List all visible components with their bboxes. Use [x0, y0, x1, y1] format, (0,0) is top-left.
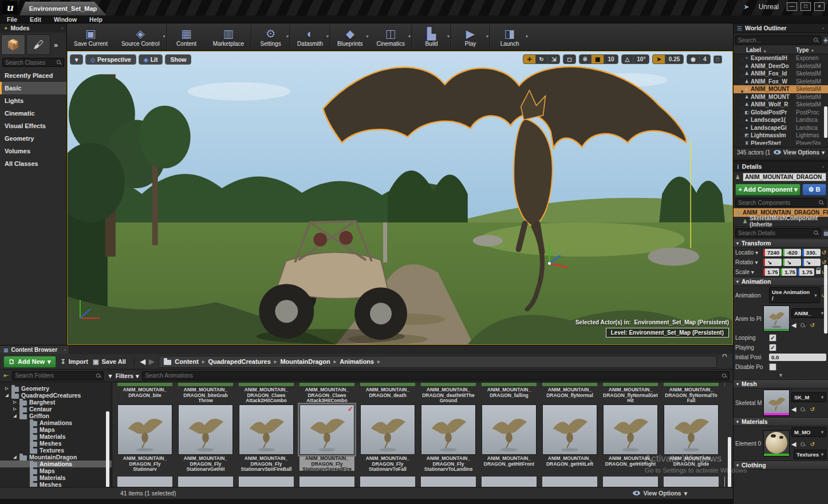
mode-category-item[interactable]: Cinematic: [0, 107, 66, 120]
location-label[interactable]: Locatio ▾: [735, 249, 762, 256]
toolbar-button[interactable]: ▙ Build ▾: [412, 23, 451, 50]
back-nav-arrow[interactable]: ◀: [140, 358, 145, 366]
level-tab[interactable]: Environment_Set_Map: [19, 2, 107, 15]
chevron-down-icon[interactable]: ▾: [286, 34, 289, 39]
outliner-row[interactable]: ♟ ANIM_MOUNT SkeletalM: [734, 85, 828, 93]
asset-tile[interactable]: ANIM_MOUNTAIN_ DRAGON_flyNormalGet Hit: [603, 387, 658, 403]
scale-z-field[interactable]: 1.75: [798, 268, 814, 276]
asset-tile[interactable]: ✓ ANIM_MOUNTAIN_ DRAGON_getHitLeft: [542, 404, 597, 471]
type-column-header[interactable]: Type▼: [796, 47, 828, 53]
asset-tile[interactable]: ✓ ANIM_MOUNTAIN_ DRAGON_Fly StationaryGe…: [178, 404, 233, 471]
asset-tile[interactable]: ANIM_MOUNTAIN_ DRAGON_Claws Attack3HitCo…: [299, 387, 354, 403]
scale-label[interactable]: Scale ▾: [735, 269, 762, 275]
asset-tile[interactable]: ANIM_MOUNTAIN_ DRAGON_biteGrab Throw: [178, 387, 233, 403]
search-folders-input[interactable]: [15, 372, 96, 379]
expand-advanced-icon[interactable]: ▼: [734, 372, 828, 379]
scale-lock-icon[interactable]: [816, 270, 821, 274]
use-selected-asset-icon[interactable]: ◀: [791, 322, 796, 329]
asset-tile[interactable]: ✓ ANIM_MOUNTAIN_ DRAGON_Fly StationaryTo…: [360, 404, 415, 471]
asset-tile[interactable]: ✓ ANIM_MOUNTAIN_ DRAGON_getHitFront: [482, 404, 537, 471]
outliner-row[interactable]: ♟ ANIM_MOUNT SkeletalM: [734, 93, 828, 101]
folder-tree-item[interactable]: Textures: [0, 447, 112, 454]
search-classes-input[interactable]: [5, 59, 57, 66]
asset-tile[interactable]: ANIM_MOUNTAIN_ DRAGON_death: [360, 387, 415, 403]
viewport-options-button[interactable]: ▾: [70, 54, 83, 65]
initial-position-field[interactable]: 0.0: [769, 354, 826, 361]
place-mode-button[interactable]: 📦: [1, 34, 25, 55]
minimize-button[interactable]: —: [787, 2, 797, 11]
folder-tree-item[interactable]: Maps: [0, 467, 112, 474]
outliner-row[interactable]: ♟ ANIM_Wolf_R SkeletalM: [734, 101, 828, 109]
toolbar-button[interactable]: ▥ Marketplace: [206, 23, 251, 50]
toolbar-button[interactable]: ▦ Content: [167, 23, 206, 50]
scale-snap-value[interactable]: 0.25: [665, 55, 683, 64]
search-assets-input[interactable]: [145, 372, 722, 379]
mesh-section-header[interactable]: ▾Mesh: [734, 379, 828, 388]
filters-button[interactable]: ▼ Filters ▾: [107, 372, 139, 379]
folder-tree-item[interactable]: ◢ QuadrapedCreatures: [0, 392, 112, 399]
rotation-snap-button[interactable]: △: [622, 55, 634, 64]
sources-toggle-icon[interactable]: ⇤: [3, 372, 9, 379]
asset-tile[interactable]: ✓ ANIM_MOUNTAIN_ DRAGON_Fly Stationary: [117, 404, 172, 471]
lock-icon[interactable]: [721, 356, 730, 367]
toolbar-button[interactable]: ◈ Source Control ▾: [115, 23, 167, 50]
scale-x-field[interactable]: 1.75: [763, 268, 779, 276]
location-z-field[interactable]: 330.: [802, 249, 821, 256]
tree-expand-icon[interactable]: ▷: [13, 407, 17, 411]
grid-snap-value[interactable]: 10: [604, 55, 617, 64]
more-modes-icon[interactable]: »: [54, 41, 58, 49]
grid-snap-button[interactable]: ▦: [592, 55, 604, 64]
camera-speed-icon[interactable]: ◉: [687, 55, 700, 64]
mode-category-item[interactable]: All Classes: [0, 157, 66, 170]
rotation-label[interactable]: Rotatio ▾: [735, 259, 762, 265]
breadcrumb-item[interactable]: Content▸: [175, 358, 204, 365]
label-column-header[interactable]: Label▲: [734, 47, 796, 53]
location-y-field[interactable]: -620: [783, 249, 801, 256]
search-components-input[interactable]: [738, 200, 819, 206]
mode-category-item[interactable]: Geometry: [0, 132, 66, 145]
textures-dropdown[interactable]: Textures▾: [794, 450, 826, 459]
asset-tile[interactable]: ✓ ANIM_MOUNTAIN_ DRAGON_getHitRight: [603, 404, 658, 471]
assets-scrollbar[interactable]: [728, 437, 731, 487]
import-button[interactable]: ↧ Import: [61, 358, 88, 366]
folder-tree-item[interactable]: Animations: [0, 419, 112, 426]
reset-location-icon[interactable]: ↺: [822, 249, 826, 256]
chevron-down-icon[interactable]: ▾: [366, 34, 369, 39]
outliner-row[interactable]: ♜ PlayerStart PlayerSta: [734, 140, 828, 145]
reset-anim-icon[interactable]: ↺: [810, 322, 814, 328]
folder-tree-item[interactable]: Materials: [0, 474, 112, 481]
toolbar-button[interactable]: ◐ Datasmith ▾: [290, 23, 330, 50]
tree-expand-icon[interactable]: ◢: [13, 414, 17, 418]
rotation-x-field[interactable]: ↘: [763, 259, 782, 266]
folder-tree-item[interactable]: ◢ Griffon: [0, 412, 112, 419]
close-icon[interactable]: ×: [822, 164, 825, 169]
forward-nav-arrow[interactable]: ▶: [149, 358, 154, 366]
actor-name-field[interactable]: [743, 173, 826, 181]
close-icon[interactable]: ×: [61, 26, 64, 31]
looping-checkbox[interactable]: ✓: [769, 334, 776, 342]
show-button[interactable]: Show: [165, 54, 191, 65]
perspective-button[interactable]: ◇ Perspective: [85, 54, 136, 65]
folder-tree-item[interactable]: Materials: [0, 433, 112, 440]
folder-tree-item[interactable]: Meshes: [0, 481, 112, 487]
menu-item[interactable]: Window: [54, 16, 77, 23]
tree-expand-icon[interactable]: ▷: [13, 400, 17, 404]
rotation-snap-value[interactable]: 10°: [633, 55, 649, 64]
outliner-row[interactable]: ≈ ExponentialH Exponen: [734, 54, 828, 62]
playing-checkbox[interactable]: ✓: [769, 344, 776, 351]
breadcrumb-item[interactable]: MountainDragon▸: [280, 358, 336, 365]
outliner-view-options-button[interactable]: View Options ▾: [774, 149, 825, 156]
mode-category-item[interactable]: Volumes: [0, 145, 66, 157]
maximize-button[interactable]: □: [801, 2, 811, 11]
toolbar-button[interactable]: ◫ Cinematics ▾: [370, 23, 412, 50]
asset-tile[interactable]: ✓ ANIM_MOUNTAIN_ DRAGON_Fly StationaryTo…: [421, 404, 476, 471]
folder-tree-item[interactable]: Animations: [0, 461, 112, 467]
rotation-z-field[interactable]: ↘: [802, 259, 821, 266]
asset-tile[interactable]: ANIM_MOUNTAIN_ DRAGON_flyNormalTo Fall: [664, 387, 719, 403]
animation-section-header[interactable]: ▾Animation: [734, 277, 828, 286]
outliner-row[interactable]: ◩ LightmassIm Lightmas: [734, 132, 828, 140]
close-icon[interactable]: ×: [64, 347, 66, 352]
lit-button[interactable]: ◆ Lit: [139, 54, 163, 65]
chevron-down-icon[interactable]: ▾: [163, 34, 165, 39]
skeletal-mesh-dropdown[interactable]: SK_M▾: [791, 392, 826, 402]
